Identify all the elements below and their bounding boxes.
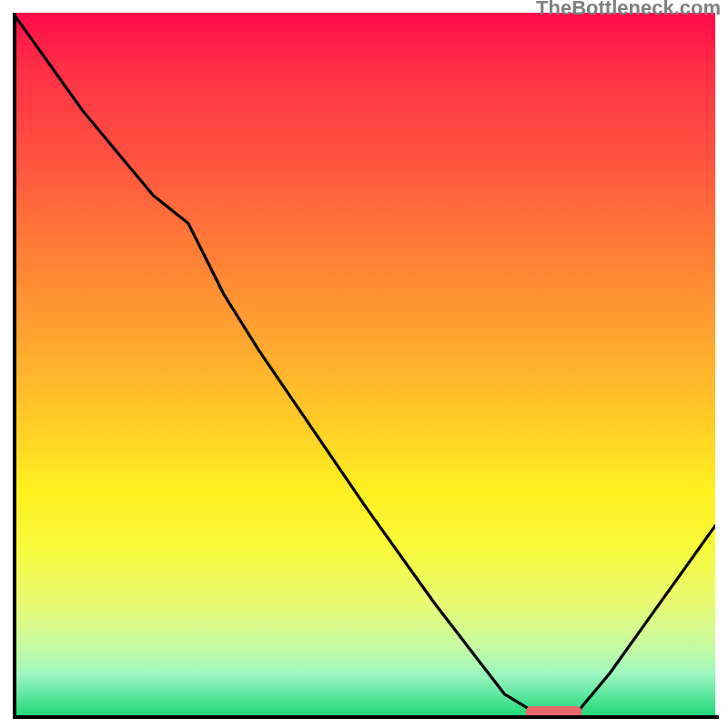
watermark-text: TheBottleneck.com: [536, 0, 721, 20]
y-axis-line: [13, 13, 16, 719]
curve-layer: [13, 13, 715, 715]
optimal-range-marker: [526, 706, 582, 715]
bottleneck-chart: TheBottleneck.com: [0, 0, 728, 728]
x-axis-line: [13, 715, 719, 719]
bottleneck-curve: [13, 13, 715, 715]
